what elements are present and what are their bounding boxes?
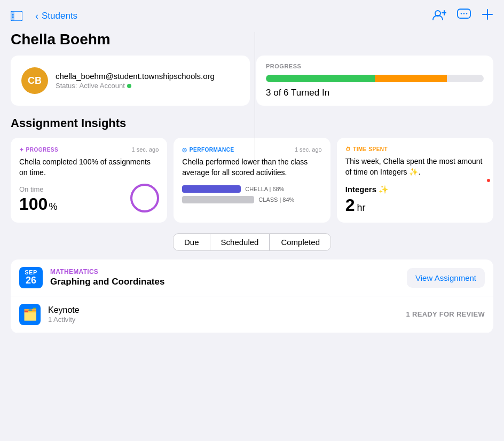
top-bar: ‹ Students — [0, 0, 504, 29]
svg-point-9 — [461, 13, 462, 14]
tab-completed[interactable]: Completed — [270, 233, 331, 251]
chella-bar-label: CHELLA | 68% — [245, 186, 284, 192]
status-label: Status: — [56, 82, 77, 90]
progress-bar-orange — [375, 75, 447, 82]
insight-card-time: ⏱ TIME SPENT This week, Chella spent the… — [337, 138, 493, 223]
insight-body-performance: Chella performed lower than the class av… — [182, 157, 321, 178]
insight-body-time: This week, Chella spent the most amount … — [345, 156, 485, 177]
activity-status: 1 READY FOR REVIEW — [406, 310, 485, 318]
insight-tag-time: ⏱ TIME SPENT — [345, 146, 388, 152]
profile-email: chella_boehm@student.townshipschools.org — [56, 72, 215, 81]
assignment-section: SEP 26 MATHEMATICS Graphing and Coordina… — [11, 259, 493, 333]
activity-icon: 🗂️ — [19, 304, 41, 325]
progress-turned-in: 3 of 6 Turned In — [266, 88, 484, 98]
insights-section-title: Assignment Insights — [0, 116, 504, 138]
progress-tag-icon: ✦ — [19, 147, 24, 153]
progress-circle-container — [129, 182, 161, 216]
status-dot-icon — [127, 84, 131, 88]
chella-bar-row: CHELLA | 68% — [182, 185, 321, 193]
insight-stat-value-progress: 100 — [19, 194, 48, 214]
assignment-header: SEP 26 MATHEMATICS Graphing and Coordina… — [11, 259, 493, 296]
progress-label: PROGRESS — [266, 63, 484, 69]
time-bar-side — [487, 179, 490, 182]
add-student-icon[interactable] — [432, 9, 446, 23]
time-topic: Integers ✨ — [345, 185, 485, 194]
insight-tag-performance: ◎ PERFORMANCE — [182, 147, 234, 153]
assignment-subject: MATHEMATICS — [50, 268, 407, 275]
back-label: Students — [42, 11, 77, 21]
class-bar-row: CLASS | 84% — [182, 196, 321, 203]
performance-bars: CHELLA | 68% CLASS | 84% — [182, 185, 321, 203]
profile-progress-row: CB chella_boehm@student.townshipschools.… — [0, 56, 504, 106]
activity-count: 1 Activity — [48, 316, 406, 324]
assignment-name: Graphing and Coordinates — [50, 277, 407, 287]
vertical-divider — [255, 32, 255, 160]
activity-name: Keynote — [48, 305, 406, 315]
message-icon[interactable] — [457, 9, 471, 23]
insight-tag-progress: ✦ PROGRESS — [19, 147, 58, 153]
svg-point-11 — [466, 13, 467, 14]
tab-due[interactable]: Due — [173, 233, 210, 251]
profile-card: CB chella_boehm@student.townshipschools.… — [11, 56, 250, 106]
insight-time-progress: 1 sec. ago — [132, 146, 159, 153]
keynote-icon: 🗂️ — [23, 308, 37, 321]
insight-stat-unit-progress: % — [49, 201, 57, 212]
class-bar — [182, 196, 254, 203]
insight-card-performance: ◎ PERFORMANCE 1 sec. ago Chella performe… — [174, 138, 330, 223]
tab-scheduled[interactable]: Scheduled — [210, 233, 270, 251]
filter-tabs: Due Scheduled Completed — [0, 233, 504, 251]
time-tag-icon: ⏱ — [345, 146, 351, 152]
profile-status: Status: Active Account — [56, 82, 215, 90]
progress-bar — [266, 75, 484, 82]
sidebar-toggle-button[interactable] — [11, 10, 27, 22]
insights-row: ✦ PROGRESS 1 sec. ago Chella completed 1… — [0, 138, 504, 223]
progress-bar-green — [266, 75, 375, 82]
svg-point-10 — [463, 13, 464, 14]
status-value: Active Account — [79, 82, 124, 90]
time-unit: hr — [357, 202, 365, 214]
insight-card-progress: ✦ PROGRESS 1 sec. ago Chella completed 1… — [11, 138, 167, 223]
add-icon[interactable] — [482, 9, 493, 23]
activity-row: 🗂️ Keynote 1 Activity 1 READY FOR REVIEW — [11, 296, 493, 333]
time-value: 2 hr — [345, 195, 485, 215]
insight-time-performance: 1 sec. ago — [295, 146, 322, 153]
assignment-day: 26 — [26, 275, 36, 286]
view-assignment-button[interactable]: View Assignment — [407, 268, 485, 288]
performance-tag-icon: ◎ — [182, 147, 187, 153]
chevron-left-icon: ‹ — [35, 11, 38, 22]
svg-point-15 — [131, 185, 158, 211]
chella-bar — [182, 185, 241, 193]
class-bar-label: CLASS | 84% — [258, 196, 294, 203]
progress-card: PROGRESS 3 of 6 Turned In — [256, 56, 493, 106]
avatar: CB — [21, 67, 48, 94]
back-button[interactable]: ‹ Students — [35, 11, 77, 22]
student-name: Chella Boehm — [0, 29, 504, 56]
sidebar-icon — [11, 11, 22, 21]
insight-body-progress: Chella completed 100% of assignments on … — [19, 157, 159, 178]
assignment-date-badge: SEP 26 — [19, 267, 43, 288]
